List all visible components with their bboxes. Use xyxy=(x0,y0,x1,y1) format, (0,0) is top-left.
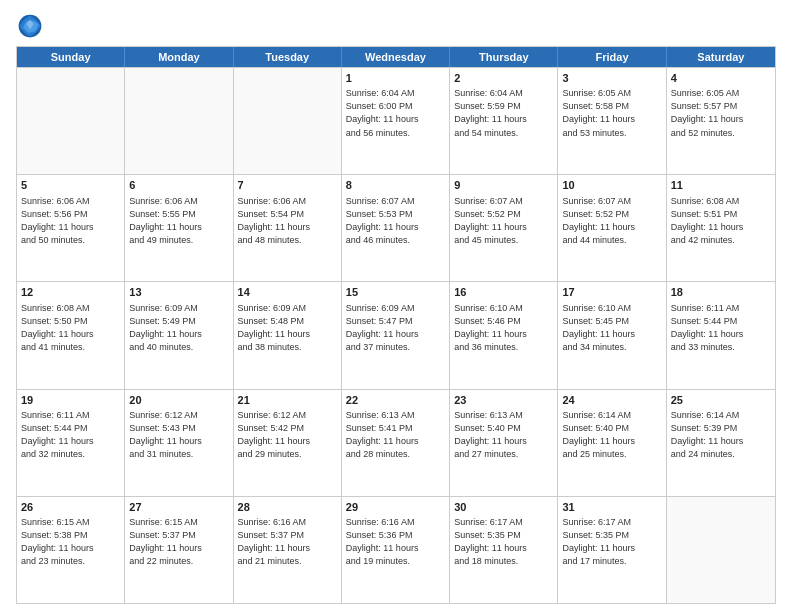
day-info: Sunrise: 6:06 AM Sunset: 5:56 PM Dayligh… xyxy=(21,195,120,247)
day-number: 22 xyxy=(346,393,445,408)
day-info: Sunrise: 6:09 AM Sunset: 5:47 PM Dayligh… xyxy=(346,302,445,354)
empty-cell xyxy=(125,68,233,174)
day-info: Sunrise: 6:06 AM Sunset: 5:55 PM Dayligh… xyxy=(129,195,228,247)
day-info: Sunrise: 6:11 AM Sunset: 5:44 PM Dayligh… xyxy=(671,302,771,354)
day-cell-1: 1Sunrise: 6:04 AM Sunset: 6:00 PM Daylig… xyxy=(342,68,450,174)
day-number: 4 xyxy=(671,71,771,86)
day-cell-16: 16Sunrise: 6:10 AM Sunset: 5:46 PM Dayli… xyxy=(450,282,558,388)
day-info: Sunrise: 6:15 AM Sunset: 5:37 PM Dayligh… xyxy=(129,516,228,568)
logo-icon xyxy=(16,12,44,40)
day-cell-3: 3Sunrise: 6:05 AM Sunset: 5:58 PM Daylig… xyxy=(558,68,666,174)
day-number: 19 xyxy=(21,393,120,408)
day-number: 18 xyxy=(671,285,771,300)
day-info: Sunrise: 6:08 AM Sunset: 5:51 PM Dayligh… xyxy=(671,195,771,247)
day-cell-23: 23Sunrise: 6:13 AM Sunset: 5:40 PM Dayli… xyxy=(450,390,558,496)
day-number: 7 xyxy=(238,178,337,193)
day-cell-9: 9Sunrise: 6:07 AM Sunset: 5:52 PM Daylig… xyxy=(450,175,558,281)
empty-cell xyxy=(234,68,342,174)
day-info: Sunrise: 6:17 AM Sunset: 5:35 PM Dayligh… xyxy=(454,516,553,568)
day-cell-15: 15Sunrise: 6:09 AM Sunset: 5:47 PM Dayli… xyxy=(342,282,450,388)
day-cell-12: 12Sunrise: 6:08 AM Sunset: 5:50 PM Dayli… xyxy=(17,282,125,388)
day-cell-13: 13Sunrise: 6:09 AM Sunset: 5:49 PM Dayli… xyxy=(125,282,233,388)
empty-cell xyxy=(667,497,775,603)
day-number: 8 xyxy=(346,178,445,193)
day-info: Sunrise: 6:10 AM Sunset: 5:45 PM Dayligh… xyxy=(562,302,661,354)
day-info: Sunrise: 6:12 AM Sunset: 5:43 PM Dayligh… xyxy=(129,409,228,461)
day-number: 24 xyxy=(562,393,661,408)
day-number: 26 xyxy=(21,500,120,515)
day-info: Sunrise: 6:05 AM Sunset: 5:58 PM Dayligh… xyxy=(562,87,661,139)
day-info: Sunrise: 6:05 AM Sunset: 5:57 PM Dayligh… xyxy=(671,87,771,139)
day-info: Sunrise: 6:09 AM Sunset: 5:48 PM Dayligh… xyxy=(238,302,337,354)
day-number: 29 xyxy=(346,500,445,515)
header-day-tuesday: Tuesday xyxy=(234,47,342,67)
day-number: 1 xyxy=(346,71,445,86)
day-number: 20 xyxy=(129,393,228,408)
day-info: Sunrise: 6:04 AM Sunset: 5:59 PM Dayligh… xyxy=(454,87,553,139)
day-cell-6: 6Sunrise: 6:06 AM Sunset: 5:55 PM Daylig… xyxy=(125,175,233,281)
empty-cell xyxy=(17,68,125,174)
day-cell-25: 25Sunrise: 6:14 AM Sunset: 5:39 PM Dayli… xyxy=(667,390,775,496)
day-number: 31 xyxy=(562,500,661,515)
day-info: Sunrise: 6:07 AM Sunset: 5:52 PM Dayligh… xyxy=(562,195,661,247)
day-number: 21 xyxy=(238,393,337,408)
day-cell-5: 5Sunrise: 6:06 AM Sunset: 5:56 PM Daylig… xyxy=(17,175,125,281)
header-day-saturday: Saturday xyxy=(667,47,775,67)
week-row-4: 26Sunrise: 6:15 AM Sunset: 5:38 PM Dayli… xyxy=(17,496,775,603)
day-number: 16 xyxy=(454,285,553,300)
day-number: 27 xyxy=(129,500,228,515)
day-cell-14: 14Sunrise: 6:09 AM Sunset: 5:48 PM Dayli… xyxy=(234,282,342,388)
day-number: 9 xyxy=(454,178,553,193)
header-day-sunday: Sunday xyxy=(17,47,125,67)
day-number: 28 xyxy=(238,500,337,515)
day-number: 15 xyxy=(346,285,445,300)
calendar-body: 1Sunrise: 6:04 AM Sunset: 6:00 PM Daylig… xyxy=(17,67,775,603)
header xyxy=(16,12,776,40)
day-info: Sunrise: 6:13 AM Sunset: 5:41 PM Dayligh… xyxy=(346,409,445,461)
day-cell-20: 20Sunrise: 6:12 AM Sunset: 5:43 PM Dayli… xyxy=(125,390,233,496)
calendar: SundayMondayTuesdayWednesdayThursdayFrid… xyxy=(16,46,776,604)
day-number: 23 xyxy=(454,393,553,408)
day-cell-26: 26Sunrise: 6:15 AM Sunset: 5:38 PM Dayli… xyxy=(17,497,125,603)
day-info: Sunrise: 6:10 AM Sunset: 5:46 PM Dayligh… xyxy=(454,302,553,354)
day-number: 3 xyxy=(562,71,661,86)
day-info: Sunrise: 6:07 AM Sunset: 5:53 PM Dayligh… xyxy=(346,195,445,247)
day-cell-19: 19Sunrise: 6:11 AM Sunset: 5:44 PM Dayli… xyxy=(17,390,125,496)
day-number: 13 xyxy=(129,285,228,300)
day-cell-30: 30Sunrise: 6:17 AM Sunset: 5:35 PM Dayli… xyxy=(450,497,558,603)
day-number: 12 xyxy=(21,285,120,300)
day-number: 2 xyxy=(454,71,553,86)
day-info: Sunrise: 6:16 AM Sunset: 5:37 PM Dayligh… xyxy=(238,516,337,568)
day-cell-2: 2Sunrise: 6:04 AM Sunset: 5:59 PM Daylig… xyxy=(450,68,558,174)
day-info: Sunrise: 6:12 AM Sunset: 5:42 PM Dayligh… xyxy=(238,409,337,461)
day-info: Sunrise: 6:14 AM Sunset: 5:40 PM Dayligh… xyxy=(562,409,661,461)
day-cell-21: 21Sunrise: 6:12 AM Sunset: 5:42 PM Dayli… xyxy=(234,390,342,496)
day-cell-10: 10Sunrise: 6:07 AM Sunset: 5:52 PM Dayli… xyxy=(558,175,666,281)
day-info: Sunrise: 6:04 AM Sunset: 6:00 PM Dayligh… xyxy=(346,87,445,139)
day-info: Sunrise: 6:16 AM Sunset: 5:36 PM Dayligh… xyxy=(346,516,445,568)
week-row-3: 19Sunrise: 6:11 AM Sunset: 5:44 PM Dayli… xyxy=(17,389,775,496)
day-info: Sunrise: 6:11 AM Sunset: 5:44 PM Dayligh… xyxy=(21,409,120,461)
calendar-header: SundayMondayTuesdayWednesdayThursdayFrid… xyxy=(17,47,775,67)
day-info: Sunrise: 6:15 AM Sunset: 5:38 PM Dayligh… xyxy=(21,516,120,568)
day-cell-8: 8Sunrise: 6:07 AM Sunset: 5:53 PM Daylig… xyxy=(342,175,450,281)
header-day-wednesday: Wednesday xyxy=(342,47,450,67)
week-row-2: 12Sunrise: 6:08 AM Sunset: 5:50 PM Dayli… xyxy=(17,281,775,388)
day-cell-28: 28Sunrise: 6:16 AM Sunset: 5:37 PM Dayli… xyxy=(234,497,342,603)
day-cell-29: 29Sunrise: 6:16 AM Sunset: 5:36 PM Dayli… xyxy=(342,497,450,603)
day-cell-24: 24Sunrise: 6:14 AM Sunset: 5:40 PM Dayli… xyxy=(558,390,666,496)
logo xyxy=(16,12,46,40)
day-number: 14 xyxy=(238,285,337,300)
day-cell-18: 18Sunrise: 6:11 AM Sunset: 5:44 PM Dayli… xyxy=(667,282,775,388)
week-row-0: 1Sunrise: 6:04 AM Sunset: 6:00 PM Daylig… xyxy=(17,67,775,174)
header-day-monday: Monday xyxy=(125,47,233,67)
day-info: Sunrise: 6:09 AM Sunset: 5:49 PM Dayligh… xyxy=(129,302,228,354)
day-cell-27: 27Sunrise: 6:15 AM Sunset: 5:37 PM Dayli… xyxy=(125,497,233,603)
day-number: 30 xyxy=(454,500,553,515)
day-cell-11: 11Sunrise: 6:08 AM Sunset: 5:51 PM Dayli… xyxy=(667,175,775,281)
day-cell-4: 4Sunrise: 6:05 AM Sunset: 5:57 PM Daylig… xyxy=(667,68,775,174)
day-number: 6 xyxy=(129,178,228,193)
day-number: 10 xyxy=(562,178,661,193)
day-number: 11 xyxy=(671,178,771,193)
day-number: 25 xyxy=(671,393,771,408)
